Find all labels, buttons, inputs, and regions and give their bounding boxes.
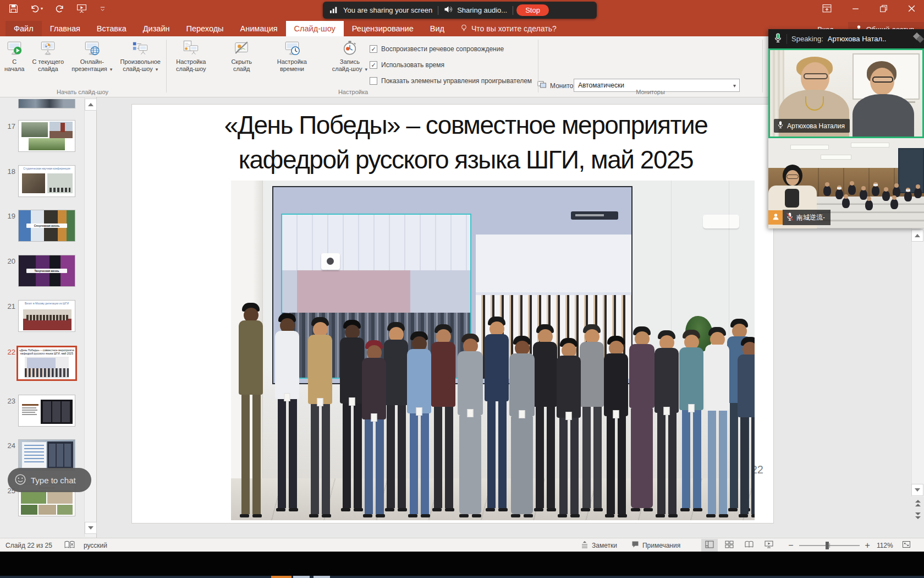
zoom-slider-handle[interactable] xyxy=(826,542,829,549)
next-slide-button[interactable] xyxy=(913,511,922,520)
save-icon[interactable] xyxy=(9,4,18,13)
photo-person xyxy=(407,331,431,517)
ribbon-tab-review[interactable]: Рецензирование xyxy=(344,21,422,36)
setup-option-2[interactable]: Показать элементы управления проигрывате… xyxy=(370,75,532,87)
restore-button[interactable] xyxy=(879,4,888,15)
slide-photo[interactable] xyxy=(231,181,755,520)
button-record-slideshow[interactable]: Записьслайд-шоу ▾ xyxy=(332,39,367,73)
sharing-audio-status[interactable]: Sharing audio... xyxy=(438,6,513,15)
thumbnail-number: 19 xyxy=(2,212,15,220)
minimize-button[interactable] xyxy=(851,4,860,15)
slide-title-line1: «День Победы» – совместное мероприятие xyxy=(163,108,769,143)
ribbon-tab-file[interactable]: Файл xyxy=(6,21,42,36)
ribbon-tab-animations[interactable]: Анимация xyxy=(232,21,286,36)
thumbnail-slide-23[interactable]: 23 xyxy=(0,395,97,431)
language-indicator[interactable]: русский xyxy=(84,542,107,549)
thumbnail-image[interactable] xyxy=(18,99,75,108)
thumbnail-slide-21[interactable]: 21Визит в Москву делегации из ШГИ xyxy=(0,300,97,336)
notes-toggle[interactable]: Заметки xyxy=(581,541,617,550)
scroll-down-button[interactable] xyxy=(911,484,923,496)
setup-option-1[interactable]: ✓Использовать время xyxy=(370,59,532,71)
ribbon-tab-home[interactable]: Главная xyxy=(42,21,89,36)
ribbon-tab-strip: ФайлГлавнаяВставкаДизайнПереходыАнимация… xyxy=(6,21,562,36)
ribbon-tab-design[interactable]: Дизайн xyxy=(135,21,178,36)
ribbon-tab-insert[interactable]: Вставка xyxy=(89,21,135,36)
zoom-out-button[interactable]: − xyxy=(788,541,793,550)
normal-view-button[interactable] xyxy=(701,539,718,552)
checkbox[interactable] xyxy=(370,77,377,85)
signal-icon xyxy=(329,6,338,15)
thumbnail-slide-19[interactable]: 19Спортивная жизнь xyxy=(0,210,97,246)
thumbnail-slide-20[interactable]: 20Творческая жизнь xyxy=(0,255,97,291)
thumbnail-image[interactable] xyxy=(18,439,75,471)
thumbnail-slide-17[interactable]: 17 xyxy=(0,120,97,156)
quick-access-toolbar: ▾ xyxy=(9,4,106,13)
checkbox[interactable]: ✓ xyxy=(370,61,377,69)
repeat-icon[interactable] xyxy=(55,4,64,13)
spellcheck-icon[interactable] xyxy=(64,541,75,550)
group-divider xyxy=(762,40,763,92)
zoom-level[interactable]: 112% xyxy=(877,542,893,549)
thumbnail-image[interactable] xyxy=(18,395,75,427)
ribbon-tab-view[interactable]: Вид xyxy=(422,21,453,36)
view-reading-icon xyxy=(745,541,754,550)
scroll-up-button[interactable] xyxy=(85,99,97,111)
video-tile-speaker[interactable]: Артюхова Наталия xyxy=(768,48,924,138)
participant-name: Артюхова Наталия xyxy=(787,122,845,130)
slide-canvas[interactable]: «День Победы» – совместное мероприятие к… xyxy=(132,105,773,523)
fit-slide-to-window-button[interactable] xyxy=(902,541,911,550)
tell-me-label: Что вы хотите сделать? xyxy=(471,24,557,33)
start-slideshow-icon[interactable] xyxy=(76,4,87,13)
photo-person xyxy=(275,313,299,511)
thumbnail-image[interactable]: Студенческая научная конференция xyxy=(18,165,75,197)
checkbox[interactable]: ✓ xyxy=(370,45,377,53)
play-from-current-icon xyxy=(40,39,56,57)
customize-quick-access-icon[interactable] xyxy=(99,5,106,12)
stop-sharing-button[interactable]: Stop xyxy=(516,4,549,16)
thumbnail-image[interactable] xyxy=(18,120,75,152)
powerpoint-window: ▾ Вход Общий доступ ФайлГлавнаяВставкаДи… xyxy=(0,0,924,578)
zoom-slider[interactable] xyxy=(799,545,860,546)
scroll-up-button[interactable] xyxy=(911,230,923,242)
scroll-down-button[interactable] xyxy=(85,522,97,534)
thumbnail-slide-16[interactable] xyxy=(0,99,97,108)
zoom-in-button[interactable]: + xyxy=(865,541,870,550)
button-play-from-current[interactable]: С текущегослайда xyxy=(32,39,64,73)
photo-person xyxy=(654,330,679,517)
close-button[interactable] xyxy=(907,4,916,15)
thumbnail-image[interactable]: Творческая жизнь xyxy=(18,255,75,287)
chat-input-bubble[interactable]: Type to chat xyxy=(8,468,91,492)
button-play-from-beginning[interactable]: Сначала xyxy=(4,39,24,73)
ribbon-tab-transitions[interactable]: Переходы xyxy=(178,21,232,36)
ribbon-display-options-button[interactable] xyxy=(822,3,832,16)
thumbnail-image[interactable]: «День Победы» – совместное мероприятиека… xyxy=(16,346,77,381)
tell-me-box[interactable]: Что вы хотите сделать? xyxy=(455,21,562,36)
setup-option-0[interactable]: ✓Воспроизвести речевое сопровождение xyxy=(370,43,532,55)
thumbnail-slide-18[interactable]: 18Студенческая научная конференция xyxy=(0,165,97,201)
group-label-setup: Настройка xyxy=(172,89,535,95)
photo-person xyxy=(239,303,263,517)
button-present-online[interactable]: Онлайн-презентация ▾ xyxy=(72,39,112,73)
group-divider xyxy=(166,40,167,92)
slide-sorter-view-button[interactable] xyxy=(721,539,738,552)
thumbnail-image[interactable]: Визит в Москву делегации из ШГИ xyxy=(18,300,75,332)
comments-toggle[interactable]: Примечания xyxy=(631,541,680,550)
notes-icon xyxy=(581,541,588,550)
slide-title[interactable]: «День Победы» – совместное мероприятие к… xyxy=(163,108,769,177)
ribbon-tab-slideshow[interactable]: Слайд-шоу xyxy=(286,21,344,36)
group-label-start: Начать слайд-шоу xyxy=(0,89,165,95)
slide-scrollbar[interactable] xyxy=(911,228,924,497)
button-rehearse-timings[interactable]: Настройкавремени xyxy=(277,39,307,73)
button-custom-slideshow[interactable]: Произвольноеслайд-шоу ▾ xyxy=(120,39,161,73)
button-hide-slide[interactable]: Скрытьслайд xyxy=(231,39,252,73)
previous-slide-button[interactable] xyxy=(913,499,922,508)
slideshow-view-button[interactable] xyxy=(761,539,777,552)
undo-icon[interactable]: ▾ xyxy=(30,4,43,13)
thumbnail-slide-22[interactable]: 22«День Победы» – совместное мероприятие… xyxy=(0,346,97,382)
thumbnail-image[interactable]: Спортивная жизнь xyxy=(18,210,75,242)
taskbar-active-app xyxy=(271,576,292,578)
video-tile-classroom[interactable]: 南城逆流- xyxy=(768,138,924,228)
reading-view-button[interactable] xyxy=(741,539,757,552)
setup-slideshow-icon xyxy=(183,39,199,57)
button-setup-slideshow[interactable]: Настройкаслайд-шоу xyxy=(176,39,206,73)
